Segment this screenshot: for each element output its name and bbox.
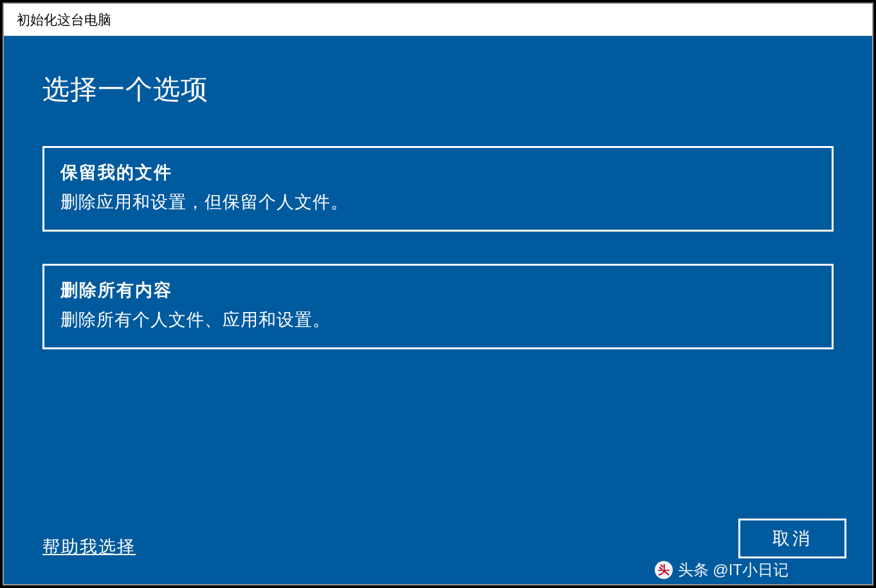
- option-remove-everything[interactable]: 删除所有内容 删除所有个人文件、应用和设置。: [42, 264, 834, 349]
- cancel-button[interactable]: 取消: [738, 519, 846, 558]
- window-title: 初始化这台电脑: [17, 11, 111, 29]
- watermark-icon: 头: [655, 561, 673, 579]
- option-keep-files-title: 保留我的文件: [60, 161, 816, 184]
- option-keep-files-desc: 删除应用和设置，但保留个人文件。: [60, 190, 816, 214]
- page-heading: 选择一个选项: [42, 71, 834, 107]
- bottom-row: 帮助我选择 取消: [42, 519, 846, 558]
- option-remove-everything-desc: 删除所有个人文件、应用和设置。: [60, 308, 816, 331]
- content-area: 选择一个选项 保留我的文件 删除应用和设置，但保留个人文件。 删除所有内容 删除…: [4, 36, 872, 584]
- titlebar: 初始化这台电脑: [4, 4, 872, 36]
- watermark: 头 头条 @IT小日记: [655, 560, 789, 580]
- reset-pc-window: 初始化这台电脑 选择一个选项 保留我的文件 删除应用和设置，但保留个人文件。 删…: [3, 3, 873, 585]
- help-link[interactable]: 帮助我选择: [42, 535, 136, 558]
- option-keep-files[interactable]: 保留我的文件 删除应用和设置，但保留个人文件。: [42, 146, 834, 232]
- watermark-text: 头条 @IT小日记: [678, 560, 789, 580]
- option-remove-everything-title: 删除所有内容: [60, 279, 816, 302]
